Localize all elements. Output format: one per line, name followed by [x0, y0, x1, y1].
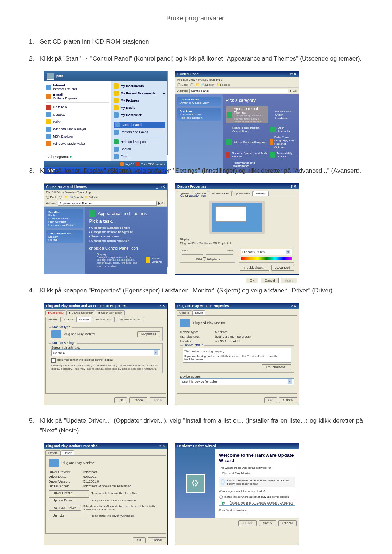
update-driver-button[interactable]: Update Driver... [49, 497, 89, 503]
turnoff-button[interactable]: Turn Off Computer [136, 162, 165, 166]
driver-details-button[interactable]: Driver Details... [49, 490, 89, 496]
hide-modes-checkbox[interactable]: Hide modes that this monitor cannot disp… [51, 358, 160, 363]
res-slider[interactable] [182, 254, 233, 255]
back-button[interactable]: < Back [238, 520, 257, 526]
tab-appearance[interactable]: Appearance [232, 191, 253, 196]
ok-button[interactable]: OK [114, 397, 127, 403]
apply-button[interactable]: Apply [281, 278, 297, 283]
sm-mydocs[interactable]: My Documents [114, 83, 165, 89]
tab-troubleshoot[interactable]: Troubleshoot [92, 317, 114, 322]
window-controls-icon[interactable]: ? ✕ [291, 304, 297, 308]
cat-accessibility[interactable]: Accessibility Options [270, 152, 296, 158]
advanced-button[interactable]: Advanced [271, 265, 294, 271]
task-link[interactable]: ▸ Change the screen resolution [89, 239, 164, 242]
sm-internet[interactable]: InternetInternet Explorer [46, 83, 109, 91]
sm-control-panel[interactable]: Control Panel [114, 122, 165, 128]
folder-options-icon[interactable]: Folder Options [146, 253, 164, 268]
side-link[interactable]: Display [48, 235, 81, 238]
task-link[interactable]: ▸ Change the computer's theme [89, 226, 164, 229]
side-link[interactable]: User Account Picture [48, 223, 81, 227]
tab-settings[interactable]: Settings [253, 191, 269, 196]
cat-addremove[interactable]: Add or Remove Programs [226, 136, 268, 149]
tab-color-correction[interactable]: ■ Color Correction [96, 310, 124, 315]
tab-geforce[interactable]: ■ GeForce3 [45, 310, 66, 315]
troubleshoot-button[interactable]: Troubleshoot... [262, 364, 291, 370]
tab-screensaver[interactable]: Screen Saver [209, 191, 231, 196]
tab-adapter[interactable]: Adapter [61, 317, 76, 322]
sm-email[interactable]: E-mailOutlook Express [46, 92, 109, 101]
side-link[interactable]: Windows Update [180, 113, 219, 116]
cat-network[interactable]: Network and Internet Connections [226, 126, 268, 133]
color-select[interactable]: Highest (32 bit)▾ [241, 249, 292, 255]
search-button[interactable]: 🔍Search [201, 83, 214, 86]
fwd-button[interactable]: ◯ [190, 83, 193, 86]
tab-general[interactable]: General [45, 317, 61, 322]
rollback-button[interactable]: Roll Back Driver [49, 505, 81, 511]
menubar[interactable]: File Edit View Favorites Tools Help [44, 190, 167, 194]
tab-driver[interactable]: Driver [192, 310, 205, 315]
ok-button[interactable]: OK [133, 537, 146, 543]
up-icon[interactable]: 📁 [64, 196, 68, 199]
sm-notepad[interactable]: Notepad [46, 111, 109, 118]
cat-appearance[interactable]: Appearance and ThemesChange the appearan… [226, 106, 268, 123]
sm-wmp[interactable]: Windows Media Player [46, 126, 109, 132]
cancel-button[interactable]: Cancel [148, 537, 166, 543]
cancel-button[interactable]: Cancel [129, 397, 147, 403]
side-link[interactable]: Help and Support [180, 116, 219, 119]
window-controls-icon[interactable]: ? ✕ [291, 185, 297, 188]
go-button[interactable]: ▶ Go [158, 202, 165, 205]
sm-mycomputer[interactable]: My Computer [114, 112, 165, 118]
tab-device-selection[interactable]: ■ Device Selection [66, 310, 96, 315]
fwd-button[interactable]: ◯ [59, 196, 62, 199]
cancel-button[interactable]: Cancel [279, 397, 297, 403]
task-link[interactable]: ▸ Select a screen saver [89, 235, 164, 238]
side-link[interactable]: Sound [48, 238, 81, 242]
ok-button[interactable]: OK [264, 397, 277, 403]
cancel-button[interactable]: Cancel [278, 520, 297, 526]
folders-button[interactable]: 📁Folders [216, 83, 230, 86]
window-controls-icon[interactable]: _ □ ✕ [287, 72, 297, 76]
window-controls-icon[interactable]: ? ✕ [159, 304, 165, 308]
cat-users[interactable]: User Accounts [270, 126, 296, 133]
task-link[interactable]: ▸ Change the desktop background [89, 230, 164, 234]
tab-monitor[interactable]: Monitor [77, 317, 92, 322]
radio-list[interactable]: Install from a list or specific location… [219, 500, 295, 506]
sm-run[interactable]: Run... [114, 153, 165, 160]
sm-printers[interactable]: Printers and Faxes [114, 129, 165, 135]
side-link[interactable]: High Contrast [48, 220, 81, 223]
sm-help[interactable]: Help and Support [114, 139, 165, 145]
cat-sounds[interactable]: Sounds, Speech, and Audio Devices [226, 152, 268, 158]
folders-button[interactable]: 📁Folders [85, 196, 98, 199]
cancel-button[interactable]: Cancel [261, 278, 279, 283]
sm-music[interactable]: My Music [114, 104, 165, 111]
usage-select[interactable]: Use this device (enable)▾ [180, 378, 294, 385]
cat-datetime[interactable]: Date, Time, Language, and Regional Optio… [270, 136, 296, 149]
radio-auto[interactable]: Install the software automatically (Reco… [219, 495, 295, 499]
all-programs[interactable]: All Programs ▸ [46, 154, 109, 160]
side-link[interactable]: Mouse Pointers [48, 217, 81, 220]
apply-button[interactable]: Apply [150, 397, 166, 403]
tab-colormgmt[interactable]: Color Management [114, 317, 144, 322]
sm-recent[interactable]: My Recent Documents▸ [114, 90, 165, 97]
sm-paint[interactable]: Paint [46, 119, 109, 125]
go-button[interactable]: ▶ Go [290, 89, 297, 93]
tab-general[interactable]: General [177, 310, 192, 315]
switch-classic-link[interactable]: Switch to Classic View [180, 101, 219, 104]
address-input[interactable] [58, 201, 157, 206]
sm-hct[interactable]: HCT 10.0 [46, 104, 109, 111]
next-button[interactable]: Next > [259, 520, 276, 526]
sm-wmm[interactable]: Windows Movie Maker [46, 140, 109, 147]
window-controls-icon[interactable]: ? ✕ [159, 444, 165, 448]
cat-printers[interactable]: Printers and Other Hardware [270, 106, 296, 123]
address-input[interactable] [189, 89, 288, 93]
sm-msn[interactable]: MSN Explorer [46, 133, 109, 140]
tab-driver[interactable]: Driver [61, 450, 74, 455]
up-icon[interactable]: 📁 [196, 83, 199, 86]
sm-pictures[interactable]: My Pictures [114, 97, 165, 104]
logoff-button[interactable]: Log Off [120, 162, 134, 166]
tab-general[interactable]: General [45, 450, 61, 455]
properties-button[interactable]: Properties [137, 331, 160, 337]
side-link[interactable]: Fonts [48, 214, 81, 217]
back-button[interactable]: ◯ Back [46, 196, 57, 199]
refresh-select[interactable]: 60 Hertz▾ [51, 349, 160, 356]
